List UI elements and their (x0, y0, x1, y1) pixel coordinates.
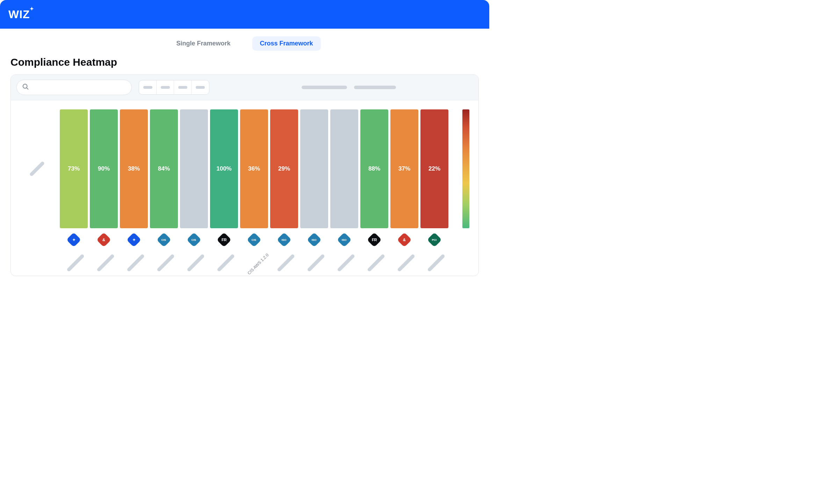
heatmap-cells: 73%90%38%84%100%36%29%88%37%22% (60, 109, 448, 228)
axis-label (270, 248, 298, 269)
heatmap-cell[interactable] (180, 109, 208, 228)
row-label (18, 109, 56, 228)
x-axis-items: ✦&✦CISCISFRCISCIS AWS 1.2.0ISOISOISOFR&P… (60, 235, 448, 269)
heatmap-cell[interactable]: 100% (210, 109, 238, 228)
cell-value: 36% (248, 165, 260, 172)
placeholder-pill (127, 254, 145, 272)
axis-label (330, 248, 358, 269)
color-legend (462, 109, 469, 228)
placeholder-pill (96, 254, 115, 272)
search-box[interactable] (16, 80, 132, 95)
heatmap-cell[interactable]: 88% (360, 109, 388, 228)
cell-value: 22% (428, 165, 440, 172)
sparkle-icon: ✦ (30, 6, 34, 12)
iso-icon: ISO (307, 232, 322, 247)
filter-chip[interactable] (139, 80, 157, 94)
axis-label (360, 248, 388, 269)
placeholder-pill (277, 254, 295, 272)
x-axis: ✦&✦CISCISFRCISCIS AWS 1.2.0ISOISOISOFR&P… (11, 232, 478, 276)
x-axis-item: CIS (150, 235, 178, 269)
heatmap-cell[interactable] (300, 109, 328, 228)
placeholder-bar (354, 86, 396, 89)
placeholder-pill (217, 254, 235, 272)
tab-label: Single Framework (176, 40, 230, 47)
tabs: Single Framework Cross Framework (0, 29, 489, 54)
ampersand-icon: & (96, 232, 111, 247)
star-icon: ✦ (127, 232, 141, 247)
page-title: Compliance Heatmap (0, 54, 489, 74)
app-frame: WIZ ✦ Single Framework Cross Framework C… (0, 0, 489, 300)
cell-value: 29% (278, 165, 290, 172)
search-input[interactable] (32, 85, 127, 91)
heatmap-cell[interactable]: 36% (240, 109, 268, 228)
x-axis-item: FR (210, 235, 238, 269)
x-axis-item: ISO (300, 235, 328, 269)
placeholder-pill (187, 254, 205, 272)
axis-label (120, 248, 148, 269)
toolbar-right (302, 86, 473, 89)
heatmap-cell[interactable]: 38% (120, 109, 148, 228)
cell-value: 100% (216, 165, 231, 172)
cis-icon: CIS (247, 232, 261, 247)
heatmap-row: 73%90%38%84%100%36%29%88%37%22% (11, 100, 478, 232)
cell-value: 90% (98, 165, 110, 172)
filter-chip[interactable] (157, 80, 174, 94)
placeholder-pill (157, 254, 175, 272)
x-axis-item: ✦ (120, 235, 148, 269)
heatmap-cell[interactable]: 73% (60, 109, 88, 228)
ampersand-icon: & (397, 232, 412, 247)
cis-icon: CIS (157, 232, 171, 247)
placeholder-bar (302, 86, 347, 89)
svg-line-1 (27, 88, 28, 89)
heatmap-cell[interactable]: 37% (390, 109, 418, 228)
placeholder-pill (397, 254, 415, 272)
x-axis-item: CISCIS AWS 1.2.0 (240, 235, 268, 269)
topbar: WIZ ✦ (0, 0, 489, 29)
axis-label (90, 248, 118, 269)
x-axis-item: ISO (330, 235, 358, 269)
cell-value: 88% (368, 165, 380, 172)
heatmap-cell[interactable]: 84% (150, 109, 178, 228)
axis-label (60, 248, 88, 269)
heatmap-cell[interactable]: 90% (90, 109, 118, 228)
filter-chip[interactable] (192, 80, 209, 94)
axis-label (210, 248, 238, 269)
cell-value: 38% (128, 165, 140, 172)
placeholder-pill (66, 254, 85, 272)
placeholder-pill (178, 86, 187, 89)
heatmap-cell[interactable] (330, 109, 358, 228)
placeholder-pill (196, 86, 205, 89)
axis-label (420, 248, 448, 269)
filter-chip-group (139, 80, 209, 95)
axis-label (150, 248, 178, 269)
tab-single-framework[interactable]: Single Framework (168, 36, 238, 51)
heatmap-cell[interactable]: 29% (270, 109, 298, 228)
x-axis-item: FR (360, 235, 388, 269)
x-axis-item: & (390, 235, 418, 269)
placeholder-pill (161, 86, 170, 89)
legend-gradient (462, 109, 469, 228)
tab-label: Cross Framework (260, 40, 313, 47)
heatmap-cell[interactable]: 22% (420, 109, 448, 228)
brand-text: WIZ (8, 8, 30, 21)
placeholder-pill (29, 161, 45, 177)
filter-chip[interactable] (174, 80, 192, 94)
heatmap-panel: 73%90%38%84%100%36%29%88%37%22% ✦&✦CISCI… (10, 74, 479, 276)
tab-cross-framework[interactable]: Cross Framework (252, 36, 321, 51)
iso-icon: ISO (277, 232, 291, 247)
fr-icon: FR (367, 232, 382, 247)
x-axis-item: CIS (180, 235, 208, 269)
placeholder-pill (427, 254, 445, 272)
axis-label (300, 248, 328, 269)
cell-value: 37% (398, 165, 410, 172)
axis-label (390, 248, 418, 269)
placeholder-pill (337, 254, 355, 272)
placeholder-pill (367, 254, 385, 272)
panel-toolbar (11, 75, 478, 100)
pci-icon: PCI (427, 232, 442, 247)
placeholder-pill (143, 86, 152, 89)
brand-logo: WIZ ✦ (8, 8, 30, 21)
star-icon: ✦ (66, 232, 81, 247)
fr-icon: FR (217, 232, 231, 247)
cell-value: 84% (158, 165, 170, 172)
